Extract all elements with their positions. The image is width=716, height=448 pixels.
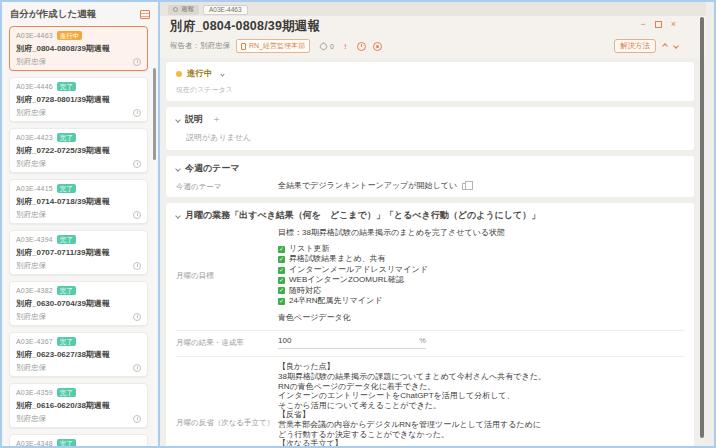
clock-icon [133,262,141,270]
author-name: 別府忠保 [16,159,46,169]
monday-header[interactable]: 月曜の業務「出すべき結果（何を どこまで）」「とるべき行動（どのようにして）」 [176,209,684,222]
checklist-label: 昇格試験結果まとめ、共有 [289,254,386,264]
alert-icon[interactable]: ! [341,42,350,51]
report-card[interactable]: A03E-4394完了 別府_0707-0711/39期週報 別府忠保 [9,230,148,275]
list-filter-icon[interactable] [140,10,150,19]
current-status: 進行中 [187,68,213,80]
sidebar-header: 自分が作成した週報 [2,2,158,25]
checklist-label: リスト更新 [289,244,330,254]
report-card[interactable]: A03E-4382完了 別府_0630-0704/39期週報 別府忠保 [9,281,148,326]
author-name: 別府忠保 [16,363,46,373]
checked-checkbox-icon[interactable]: ✓ [278,256,285,263]
sidebar: 自分が作成した週報 A03E-4463進行中 別府_0804-0808/39期週… [2,2,160,446]
tab-ticket-id[interactable]: A03E-4463 [203,5,248,15]
description-section: 説明 ＋ 説明がありません [166,107,694,150]
copy-icon[interactable] [462,183,468,190]
chevron-down-icon[interactable] [673,43,679,49]
chevron-up-icon[interactable] [662,43,668,49]
report-title: 別府_0623-0627/38期週報 [16,349,141,360]
clock-icon [133,160,141,168]
reflection-line: 【反省】 [278,410,684,420]
field-label: 月曜の目標 [176,271,278,280]
tab-weekly-report[interactable]: 週報 [168,5,199,15]
status-dropdown[interactable]: 進行中 [176,68,684,80]
ticket-id: A03E-4394 [16,236,53,243]
reflection-line: RNの青色ページのデータ化に着手できた。 [278,382,684,392]
status-badge: 完了 [57,388,76,397]
status-badge: 完了 [57,82,76,91]
team-chip[interactable]: RN_経営監理本部 [236,39,310,53]
theme-header[interactable]: 今週のテーマ [176,162,684,175]
status-caption: 現在のステータス [176,85,684,95]
checked-checkbox-icon[interactable]: ✓ [278,267,285,274]
checked-checkbox-icon[interactable]: ✓ [278,277,285,284]
app-window: 自分が作成した週報 A03E-4463進行中 別府_0804-0808/39期週… [0,0,716,448]
clock-icon [133,313,141,321]
scroll-gutter [706,2,714,446]
ticket-id: A03E-4367 [16,338,53,345]
add-icon[interactable]: ＋ [212,113,221,126]
status-section: 進行中 現在のステータス [166,62,694,101]
meta-icons: 0 ! [320,42,382,51]
history-icon[interactable] [357,42,366,51]
reflection-line: 【次なる手立て】 [278,439,684,446]
checklist-item: ✓昇格試験結果まとめ、共有 [278,254,684,264]
report-title: 別府_0728-0801/39期週報 [16,94,141,105]
checklist-item: ✓WEBインターンZOOMURL確認 [278,275,684,285]
resolve-method-button[interactable]: 解決方法 [614,39,656,53]
reflection-line: 38期昇格試験の結果掲示の課題についてまとめて今村さんへ共有できた。 [278,372,684,382]
link-icon[interactable] [319,41,329,51]
author-name: 別府忠保 [16,312,46,322]
meta-info: 報告者：別府忠保 RN_経営監理本部 0 ! [170,39,382,53]
checklist-item: ✓リスト更新 [278,244,684,254]
description-title: 説明 [185,113,203,126]
monday-title: 月曜の業務「出すべき結果（何を どこまで）」「とるべき行動（どのようにして）」 [185,209,540,222]
collapse-icon [175,166,181,172]
info-icon[interactable] [373,42,382,51]
author-name: 別府忠保 [16,414,46,424]
author-name: 別府忠保 [16,210,46,220]
monday-goal-row: 月曜の目標 目標：38期昇格試験の結果掲示のまとめを完了させている状態 ✓リスト… [176,228,684,323]
report-card[interactable]: A03E-4463進行中 別府_0804-0808/39期週報 別府忠保 [9,26,148,71]
checklist-item: ✓インターンメールアドレスリマインド [278,265,684,275]
rate-input[interactable]: 100 % [278,336,426,349]
close-icon[interactable]: × [671,20,676,29]
popout-icon[interactable] [655,21,662,28]
description-header[interactable]: 説明 ＋ [176,113,684,126]
status-badge: 完了 [57,133,76,142]
rate-unit: % [419,336,426,346]
report-card[interactable]: A03E-4446完了 別府_0728-0801/39期週報 別府忠保 [9,77,148,122]
window-controls: − × [640,20,676,29]
checked-checkbox-icon[interactable]: ✓ [278,287,285,294]
report-card[interactable]: A03E-4415完了 別府_0714-0718/39期週報 別府忠保 [9,179,148,224]
report-card[interactable]: A03E-4367完了 別府_0623-0627/38期週報 別府忠保 [9,332,148,377]
checked-checkbox-icon[interactable]: ✓ [278,298,285,305]
reflection-line: 営業本部会議の内容からデジタルRNを管理ツールとして活用するために [278,420,684,430]
main-scrollbar[interactable] [700,17,704,438]
reflection-textarea[interactable]: 【良かった点】 38期昇格試験の結果掲示の課題についてまとめて今村さんへ共有でき… [278,362,684,446]
monday-goal-value[interactable]: 目標：38期昇格試験の結果掲示のまとめを完了させている状態 ✓リスト更新 ✓昇格… [278,228,684,323]
sidebar-scrollbar[interactable] [153,68,156,160]
theme-value: 全結果でデジランキントーンアップが開始してい [278,181,457,191]
page-title: 別府_0804-0808/39期週報 [170,18,320,35]
report-card[interactable]: A03E-4348完了 別府_0609-0613/38期週報 別府忠保 [9,434,148,446]
goal-footer: 青色ページデータ化 [278,313,684,323]
minimize-icon[interactable]: − [640,20,645,29]
report-card[interactable]: A03E-4359完了 別府_0616-0620/38期週報 別府忠保 [9,383,148,428]
rate-value: 100 [278,336,291,346]
report-title: 別府_0722-0725/39期週報 [16,145,141,156]
clock-icon [133,415,141,423]
author-name: 別府忠保 [16,261,46,271]
clock-icon [133,109,141,117]
report-card[interactable]: A03E-4423完了 別府_0722-0725/39期週報 別府忠保 [9,128,148,173]
collapse-icon [175,117,181,123]
goal-intro: 目標：38期昇格試験の結果掲示のまとめを完了させている状態 [278,228,684,238]
checklist-label: 24卒RN配属先リマインド [289,296,382,306]
ticket-id: A03E-4446 [16,83,53,90]
checklist-label: WEBインターンZOOMURL確認 [289,275,404,285]
detail-content: 進行中 現在のステータス 説明 ＋ 説明がありません 今週のテーマ [160,58,714,446]
theme-field-row: 今週のテーマ 全結果でデジランキントーンアップが開始してい [176,181,684,191]
tab-label: A03E-4463 [209,6,242,13]
monday-section: 月曜の業務「出すべき結果（何を どこまで）」「とるべき行動（どのようにして）」 … [166,203,694,446]
checked-checkbox-icon[interactable]: ✓ [278,246,285,253]
